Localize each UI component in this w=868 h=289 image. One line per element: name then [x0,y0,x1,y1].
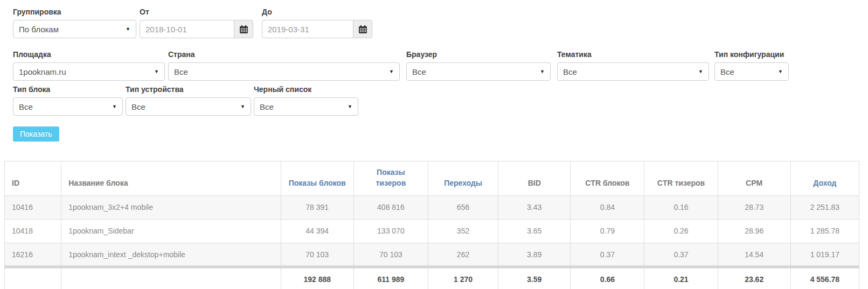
filter-label: От [140,8,253,16]
filter-browser: БраузерВсе▼ [406,50,551,81]
filter-config-type-select[interactable]: Все▼ [714,62,789,81]
column-header-income[interactable]: Доход [790,161,859,196]
cell-id: 16216 [5,243,61,267]
filter-label: Черный список [254,85,358,94]
chevron-down-icon: ▼ [240,104,245,109]
cell-ctr-teasers: 0.37 [644,243,718,267]
filter-row-3: Тип блокаВсе▼Тип устройстваВсе▼Черный сп… [13,85,868,116]
total-cell-ctr-blocks: 0.66 [571,267,644,289]
filter-country-select[interactable]: Все▼ [168,62,400,81]
cell-ctr-teasers: 0.16 [644,195,718,219]
cell-block-name: 1pooknam_3x2+4 mobile [61,195,281,219]
chevron-down-icon: ▼ [154,69,159,74]
table-header-row: IDНазвание блокаПоказы блоковПоказы тизе… [5,161,859,196]
filter-config-type: Тип конфигурацииВсе▼ [714,50,789,81]
filter-theme-select[interactable]: Все▼ [557,62,709,81]
selected-value: Все [563,67,577,76]
cell-teaser-impressions: 408 816 [353,195,428,219]
cell-id: 10418 [5,219,61,243]
column-header-ctr-blocks: CTR блоков [571,161,644,196]
table-totals-row: 192 888611 9891 2703.590.660.2123.624 55… [5,267,859,289]
selected-value: Все [131,102,145,111]
filter-device-type: Тип устройстваВсе▼ [126,85,251,116]
cell-bid: 3.65 [498,219,571,243]
filter-label: Страна [168,50,400,59]
calendar-button[interactable] [353,20,372,38]
filters-panel: ГруппировкаПо блокам▼От2018-10-01До2019-… [0,0,868,116]
show-button[interactable]: Показать [13,126,59,142]
cell-bid: 3.89 [498,243,571,267]
cell-income: 2 251.83 [790,195,859,219]
chevron-down-icon: ▼ [698,69,703,74]
chevron-down-icon: ▼ [126,26,130,32]
column-header-cpm: CPM [718,161,790,196]
cell-income: 1 019.17 [790,243,859,267]
selected-value: Все [412,67,426,76]
calendar-button[interactable] [234,20,253,38]
filter-grouping-select[interactable]: По блокам▼ [13,20,136,38]
cell-bid: 3.43 [498,195,571,219]
filter-browser-select[interactable]: Все▼ [406,62,551,81]
filter-date-from-input[interactable]: 2018-10-01 [140,20,234,38]
filter-blacklist: Черный списокВсе▼ [254,85,358,116]
cell-teaser-impressions: 133 070 [353,219,428,243]
cell-block-name: 1pooknam_intext _dekstop+mobile [61,243,281,267]
total-cell-bid: 3.59 [498,267,571,289]
filter-label: Браузер [406,50,551,59]
filter-label: Тип конфигурации [714,50,789,59]
cell-cpm: 28.96 [718,219,790,243]
filter-label: Тип устройства [126,85,251,94]
total-cell-id [5,267,61,289]
filter-country: СтранаВсе▼ [168,50,400,81]
cell-teaser-impressions: 70 103 [353,243,428,267]
table-row: 104161pooknam_3x2+4 mobile78 391408 8166… [5,195,859,219]
total-cell-income: 4 556.78 [790,267,859,289]
chevron-down-icon: ▼ [540,69,545,74]
chevron-down-icon: ▼ [348,104,352,109]
total-cell-ctr-teasers: 0.21 [644,267,718,289]
filter-row-1: ГруппировкаПо блокам▼От2018-10-01До2019-… [13,8,868,38]
total-cell-block-name [61,267,281,289]
filter-theme: ТематикаВсе▼ [557,50,709,81]
filter-device-type-select[interactable]: Все▼ [126,97,251,116]
cell-id: 10416 [5,195,61,219]
column-header-teaser-impressions[interactable]: Показы тизеров [353,161,428,196]
cell-ctr-teasers: 0.26 [644,219,718,243]
total-cell-block-impressions: 192 888 [281,267,353,289]
chevron-down-icon: ▼ [778,69,783,74]
filter-label: Тип блока [13,85,123,94]
chevron-down-icon: ▼ [112,104,117,109]
cell-block-impressions: 70 103 [281,243,353,267]
filter-row-2: Площадка1pooknam.ru▼СтранаВсе▼БраузерВсе… [13,50,868,81]
cell-block-impressions: 44 394 [281,219,353,243]
cell-cpm: 14.54 [718,243,790,267]
stats-table: IDНазвание блокаПоказы блоковПоказы тизе… [4,161,859,289]
column-header-bid: BID [498,161,571,196]
column-header-clicks[interactable]: Переходы [428,161,498,196]
filter-grouping: ГруппировкаПо блокам▼ [13,8,136,38]
cell-clicks: 656 [428,195,498,219]
filter-label: До [262,8,372,16]
calendar-icon [359,25,367,33]
column-header-block-name: Название блока [61,161,281,196]
selected-value: Все [720,67,734,76]
filter-blacklist-select[interactable]: Все▼ [254,97,358,116]
filter-block-type-select[interactable]: Все▼ [13,97,123,116]
filter-date-to: До2019-03-31 [262,8,372,38]
filter-site-select[interactable]: 1pooknam.ru▼ [13,62,165,81]
selected-value: Все [174,67,188,76]
total-cell-teaser-impressions: 611 989 [353,267,428,289]
filter-date-to-input[interactable]: 2019-03-31 [262,20,353,38]
cell-ctr-blocks: 0.37 [571,243,644,267]
filter-label: Площадка [13,50,165,59]
selected-value: 1pooknam.ru [19,67,66,76]
filter-label: Группировка [13,8,136,16]
chevron-down-icon: ▼ [389,69,394,74]
filter-label: Тематика [557,50,709,59]
total-cell-cpm: 23.62 [718,267,790,289]
column-header-block-impressions[interactable]: Показы блоков [281,161,353,196]
filter-site: Площадка1pooknam.ru▼ [13,50,165,81]
selected-value: Все [19,102,33,111]
table-row: 104181pooknam_Sidebar44 394133 0703523.6… [5,219,859,243]
cell-income: 1 285.78 [790,219,859,243]
